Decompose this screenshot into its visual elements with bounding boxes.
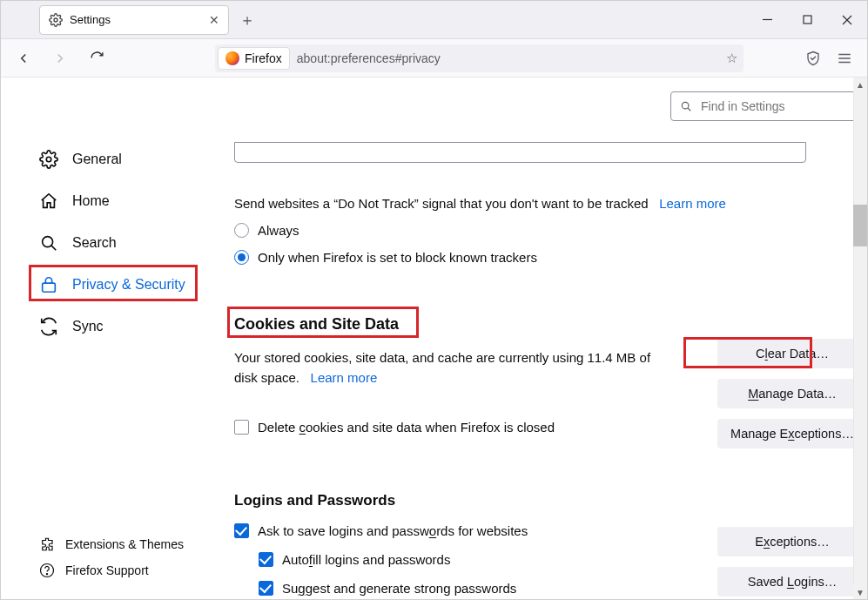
svg-point-9	[43, 237, 53, 247]
sidebar-item-privacy[interactable]: Privacy & Security	[39, 264, 225, 306]
scroll-down-arrow[interactable]: ▼	[853, 585, 867, 599]
bookmark-star-icon[interactable]: ☆	[719, 51, 744, 66]
cookies-heading: Cookies and Site Data	[234, 315, 399, 334]
puzzle-icon	[39, 536, 55, 552]
logins-heading: Logins and Passwords	[234, 492, 806, 509]
gear-icon	[49, 13, 63, 27]
sidebar-label: General	[72, 152, 122, 167]
radio-icon	[234, 250, 249, 265]
search-icon	[39, 233, 58, 253]
checkbox-label: Ask to save logins and passwords for web…	[258, 523, 528, 538]
dnt-always-radio[interactable]: Always	[234, 223, 806, 238]
checkbox-label: Autofill logins and passwords	[282, 552, 450, 567]
dnt-learn-more-link[interactable]: Learn more	[659, 196, 726, 211]
browser-tab[interactable]: Settings ✕	[39, 5, 229, 35]
home-icon	[39, 192, 58, 211]
help-icon	[39, 563, 55, 578]
sidebar-bottom-label: Extensions & Themes	[65, 537, 184, 551]
svg-line-10	[51, 246, 56, 250]
maximize-button[interactable]	[787, 1, 827, 38]
shield-icon[interactable]	[804, 50, 822, 67]
vertical-scrollbar[interactable]: ▲ ▼	[853, 78, 867, 599]
svg-rect-2	[804, 16, 811, 24]
gear-icon	[39, 150, 58, 169]
radio-label: Always	[258, 223, 299, 238]
sidebar-item-home[interactable]: Home	[39, 180, 225, 222]
sync-icon	[39, 317, 58, 336]
find-in-settings[interactable]	[670, 91, 867, 121]
checkbox-icon	[259, 581, 273, 596]
sidebar-item-sync[interactable]: Sync	[39, 306, 225, 347]
checkbox-icon	[234, 523, 249, 538]
sidebar-label: Home	[72, 193, 110, 209]
url-text: about:preferences#privacy	[290, 51, 719, 65]
close-window-button[interactable]	[827, 1, 867, 38]
reload-button[interactable]	[83, 44, 111, 72]
saved-logins-button[interactable]: Saved Logins…	[717, 567, 867, 597]
svg-point-8	[46, 157, 51, 162]
identity-label: Firefox	[245, 51, 282, 65]
dnt-only-radio[interactable]: Only when Firefox is set to block known …	[234, 250, 806, 265]
checkbox-label: Delete cookies and site data when Firefo…	[258, 420, 555, 435]
sidebar-label: Sync	[72, 319, 104, 334]
svg-rect-11	[43, 283, 56, 292]
collapsed-panel	[234, 142, 806, 163]
titlebar: Settings ✕ ＋	[1, 1, 867, 39]
checkbox-label: Suggest and generate strong passwords	[282, 581, 516, 596]
dnt-description: Send websites a “Do Not Track” signal th…	[234, 196, 806, 211]
svg-point-13	[46, 574, 47, 575]
close-tab-icon[interactable]: ✕	[209, 13, 219, 27]
sidebar-item-search[interactable]: Search	[39, 222, 225, 264]
lock-icon	[39, 275, 58, 294]
cookies-body: Your stored cookies, site data, and cach…	[234, 347, 652, 388]
minimize-button[interactable]	[747, 1, 787, 38]
checkbox-icon	[234, 420, 249, 435]
sidebar-item-general[interactable]: General	[39, 138, 225, 180]
radio-label: Only when Firefox is set to block known …	[258, 250, 537, 265]
sidebar-label: Search	[72, 235, 117, 251]
svg-line-15	[688, 108, 690, 111]
sidebar-label: Privacy & Security	[72, 277, 185, 293]
manage-exceptions-button[interactable]: Manage Exceptions…	[717, 419, 867, 448]
extensions-themes-link[interactable]: Extensions & Themes	[39, 536, 184, 552]
menu-icon[interactable]	[836, 50, 853, 67]
firefox-logo-icon	[225, 51, 239, 65]
forward-button[interactable]	[46, 44, 74, 72]
cookies-learn-more-link[interactable]: Learn more	[311, 370, 378, 385]
firefox-support-link[interactable]: Firefox Support	[39, 563, 184, 578]
checkbox-icon	[259, 552, 273, 567]
search-icon	[680, 100, 692, 112]
logins-exceptions-button[interactable]: Exceptions…	[717, 527, 867, 556]
settings-main: Send websites a “Do Not Track” signal th…	[225, 78, 867, 599]
svg-point-14	[682, 102, 689, 109]
window-controls	[747, 1, 867, 38]
svg-point-0	[54, 18, 57, 22]
manage-data-button[interactable]: Manage Data…	[717, 379, 867, 408]
content-area: General Home Search Privacy & Security S…	[1, 78, 867, 599]
settings-sidebar: General Home Search Privacy & Security S…	[1, 78, 225, 599]
find-input[interactable]	[699, 98, 858, 114]
tab-title: Settings	[70, 13, 202, 26]
scroll-up-arrow[interactable]: ▲	[853, 78, 867, 91]
sidebar-bottom-label: Firefox Support	[65, 563, 149, 577]
site-identity[interactable]: Firefox	[218, 47, 290, 70]
new-tab-button[interactable]: ＋	[234, 7, 260, 33]
back-button[interactable]	[10, 44, 37, 72]
scroll-thumb[interactable]	[853, 205, 867, 246]
url-bar[interactable]: Firefox about:preferences#privacy ☆	[215, 44, 744, 72]
clear-data-button[interactable]: Clear Data…	[717, 339, 867, 368]
radio-icon	[234, 223, 249, 238]
nav-toolbar: Firefox about:preferences#privacy ☆	[1, 39, 867, 78]
